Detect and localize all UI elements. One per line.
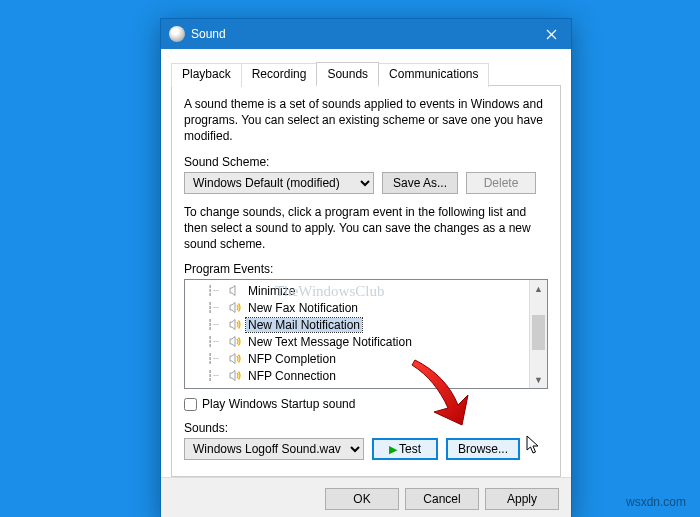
sound-file-combo[interactable]: Windows Logoff Sound.wav	[184, 438, 364, 460]
play-icon: ▶	[389, 443, 397, 455]
test-button[interactable]: ▶Test	[372, 438, 438, 460]
sound-dialog: Sound Playback Recording Sounds Communic…	[160, 18, 572, 517]
scroll-up-icon[interactable]: ▲	[530, 280, 547, 297]
tree-glyph: ┇┄	[207, 370, 225, 381]
event-item[interactable]: ┇┄NFP Completion	[185, 350, 547, 367]
startup-sound-label: Play Windows Startup sound	[202, 397, 355, 411]
event-label: New Mail Notification	[246, 318, 362, 332]
events-label: Program Events:	[184, 262, 548, 276]
scheme-combo[interactable]: Windows Default (modified)	[184, 172, 374, 194]
speaker-mute-icon	[229, 284, 242, 297]
event-item[interactable]: ┇┄New Mail Notification	[185, 316, 547, 333]
attribution-text: wsxdn.com	[626, 495, 686, 509]
speaker-sound-icon	[229, 352, 242, 365]
browse-button[interactable]: Browse...	[446, 438, 520, 460]
tab-playback[interactable]: Playback	[171, 63, 242, 87]
scroll-thumb[interactable]	[532, 315, 545, 350]
tree-glyph: ┇┄	[207, 302, 225, 313]
program-events-list[interactable]: TheWindowsClub ┇┄Minimize┇┄New Fax Notif…	[184, 279, 548, 389]
sounds-panel: A sound theme is a set of sounds applied…	[171, 86, 561, 477]
speaker-sound-icon	[229, 301, 242, 314]
tab-strip: Playback Recording Sounds Communications	[171, 61, 561, 86]
sound-app-icon	[169, 26, 185, 42]
dialog-footer: OK Cancel Apply	[161, 477, 571, 517]
theme-description: A sound theme is a set of sounds applied…	[184, 96, 548, 145]
event-item[interactable]: ┇┄New Text Message Notification	[185, 333, 547, 350]
event-label: NFP Connection	[246, 369, 338, 383]
sounds-label: Sounds:	[184, 421, 548, 435]
tree-glyph: ┇┄	[207, 285, 225, 296]
event-label: New Text Message Notification	[246, 335, 414, 349]
tree-glyph: ┇┄	[207, 319, 225, 330]
tab-recording[interactable]: Recording	[241, 63, 318, 87]
delete-button: Delete	[466, 172, 536, 194]
apply-button[interactable]: Apply	[485, 488, 559, 510]
titlebar[interactable]: Sound	[161, 19, 571, 49]
change-description: To change sounds, click a program event …	[184, 204, 548, 253]
startup-sound-input[interactable]	[184, 398, 197, 411]
ok-button[interactable]: OK	[325, 488, 399, 510]
speaker-sound-icon	[229, 369, 242, 382]
scheme-label: Sound Scheme:	[184, 155, 548, 169]
scroll-down-icon[interactable]: ▼	[530, 371, 547, 388]
save-as-button[interactable]: Save As...	[382, 172, 458, 194]
cancel-button[interactable]: Cancel	[405, 488, 479, 510]
list-scrollbar[interactable]: ▲ ▼	[529, 280, 547, 388]
startup-sound-checkbox[interactable]: Play Windows Startup sound	[184, 397, 548, 411]
tree-glyph: ┇┄	[207, 336, 225, 347]
test-label: Test	[399, 442, 421, 456]
event-item[interactable]: ┇┄Minimize	[185, 282, 547, 299]
speaker-sound-icon	[229, 335, 242, 348]
event-label: New Fax Notification	[246, 301, 360, 315]
event-item[interactable]: ┇┄New Fax Notification	[185, 299, 547, 316]
close-button[interactable]	[531, 19, 571, 49]
speaker-sound-icon	[229, 318, 242, 331]
window-title: Sound	[191, 27, 531, 41]
event-label: Minimize	[246, 284, 297, 298]
close-icon	[546, 29, 557, 40]
tree-glyph: ┇┄	[207, 353, 225, 364]
event-label: NFP Completion	[246, 352, 338, 366]
tab-communications[interactable]: Communications	[378, 63, 489, 87]
event-item[interactable]: ┇┄NFP Connection	[185, 367, 547, 384]
tab-sounds[interactable]: Sounds	[316, 62, 379, 86]
